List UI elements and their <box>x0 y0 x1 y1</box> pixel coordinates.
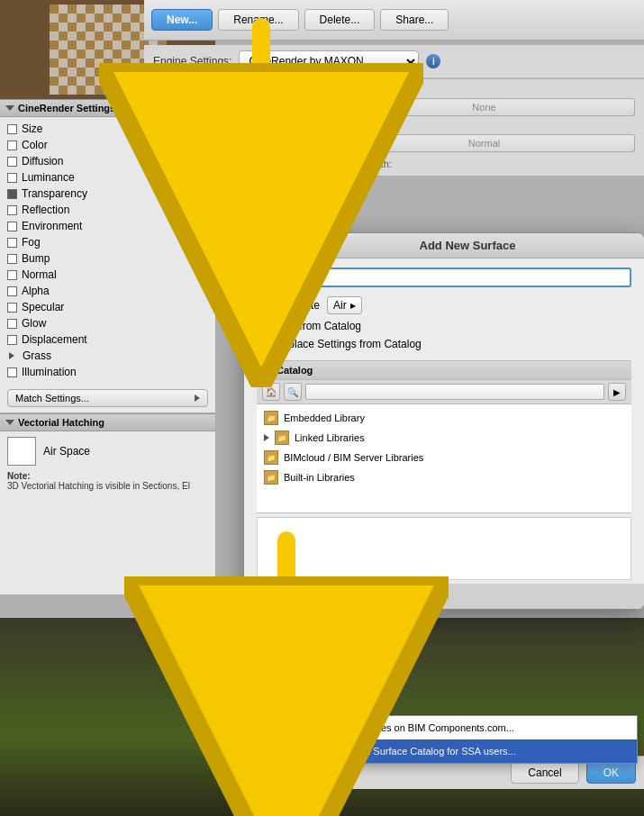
air-option: Air <box>333 299 347 312</box>
dialog-close-button[interactable] <box>253 240 264 251</box>
builtin-icon: 📁 <box>264 470 278 485</box>
settings-item-diffusion[interactable]: Diffusion <box>0 153 215 169</box>
catalog-item-bimcloud[interactable]: 📁 BIMcloud / BIM Server Libraries <box>257 448 631 467</box>
settings-item-reflection[interactable]: Reflection <box>0 202 215 218</box>
additional-catalog-label: Additional Surface Catalog for SSA users… <box>327 746 516 757</box>
catalog-search-button[interactable]: 🔍 <box>284 383 302 401</box>
note-text: Note: 3D Vectorial Hatching is visible i… <box>0 471 215 496</box>
add-new-surface-dialog: Add New Surface Name: Duplicate Air ▶ Ne… <box>243 232 644 610</box>
color-label: Color <box>22 139 48 151</box>
catalog-info-button[interactable]: i <box>275 589 289 603</box>
globe-nav-button[interactable] <box>251 587 269 605</box>
name-input[interactable] <box>300 267 631 287</box>
duplicate-label: Duplicate <box>275 299 320 312</box>
replace-settings-radio[interactable] <box>257 339 268 349</box>
grid-icon <box>305 744 320 758</box>
linked-label: Linked Libraries <box>295 432 365 443</box>
dialog-body: Name: Duplicate Air ▶ New from Catalog R… <box>244 258 644 609</box>
settings-item-color[interactable]: Color <box>0 137 215 153</box>
settings-item-size[interactable]: Size <box>0 121 215 137</box>
settings-item-bump[interactable]: Bump <box>0 250 215 267</box>
bump-checkbox[interactable] <box>7 254 17 264</box>
dialog-titlebar: Add New Surface <box>244 233 644 258</box>
specular-checkbox[interactable] <box>7 303 17 313</box>
dropdown-item-more-surfaces[interactable]: More Surfaces on BIM Components.com... <box>296 716 637 739</box>
catalog-item-builtin[interactable]: 📁 Built-in Libraries <box>257 467 631 487</box>
more-surfaces-label: More Surfaces on BIM Components.com... <box>327 722 514 733</box>
luminance-checkbox[interactable] <box>7 173 17 183</box>
ok-button[interactable]: OK <box>586 762 636 784</box>
fog-checkbox[interactable] <box>7 238 17 248</box>
settings-item-luminance[interactable]: Luminance <box>0 169 215 186</box>
match-settings-label: Match Settings... <box>15 393 89 403</box>
dialog-maximize-button[interactable] <box>284 240 295 251</box>
color-checkbox[interactable] <box>7 141 17 150</box>
environment-checkbox[interactable] <box>7 222 17 231</box>
normal-label: Normal <box>22 268 57 281</box>
reflection-checkbox[interactable] <box>7 205 17 215</box>
settings-item-grass[interactable]: Grass <box>0 348 215 364</box>
delete-button[interactable]: Delete... <box>304 9 376 31</box>
match-settings-arrow <box>195 394 200 402</box>
texture-label: Texture: <box>333 85 635 95</box>
duplicate-row: Duplicate Air ▶ <box>257 296 631 314</box>
rename-button[interactable]: Rename... <box>218 9 298 31</box>
alpha-checkbox[interactable] <box>7 286 17 296</box>
settings-item-glow[interactable]: Glow <box>0 315 215 331</box>
settings-item-alpha[interactable]: Alpha <box>0 283 215 299</box>
linked-icon: 📁 <box>275 431 289 445</box>
glow-checkbox[interactable] <box>7 319 17 329</box>
catalog-nav-button[interactable]: ▶ <box>608 383 626 401</box>
transparency-checkbox[interactable] <box>7 189 17 199</box>
engine-label: Engine Settings: <box>153 55 231 68</box>
diffusion-checkbox[interactable] <box>7 157 17 167</box>
grass-label: Grass <box>23 349 51 362</box>
displacement-checkbox[interactable] <box>7 335 17 345</box>
mix-mode-label: Mix Mode: <box>333 121 635 131</box>
illumination-checkbox[interactable] <box>7 367 17 377</box>
left-panel: CineRender Settings Size Color Diffusion… <box>0 0 216 594</box>
settings-item-displacement[interactable]: Displacement <box>0 331 215 348</box>
catalog-list: 📁 Embedded Library 📁 Linked Libraries 📁 … <box>257 404 631 512</box>
air-select[interactable]: Air ▶ <box>327 296 362 314</box>
grass-expand-icon <box>9 352 14 359</box>
normal-checkbox[interactable] <box>7 270 17 280</box>
size-checkbox[interactable] <box>7 124 17 134</box>
vectorial-section: Vectorial Hatching Air Space Note: 3D Ve… <box>0 413 215 496</box>
settings-item-illumination[interactable]: Illumination <box>0 364 215 380</box>
new-button[interactable]: New... <box>151 9 213 31</box>
new-from-catalog-radio[interactable] <box>257 321 268 331</box>
catalog-item-embedded[interactable]: 📁 Embedded Library <box>257 408 631 428</box>
match-settings-button[interactable]: Match Settings... <box>7 389 208 407</box>
settings-item-normal[interactable]: Normal <box>0 267 215 283</box>
settings-list: Size Color Diffusion Luminance Transpare… <box>0 117 215 384</box>
diffusion-label: Diffusion <box>22 155 63 168</box>
cancel-button[interactable]: Cancel <box>511 762 578 784</box>
catalog-item-linked[interactable]: 📁 Linked Libraries <box>257 428 631 448</box>
settings-item-specular[interactable]: Specular <box>0 299 215 315</box>
glow-label: Glow <box>22 317 46 330</box>
globe-icon <box>305 721 320 735</box>
dialog-title: Add New Surface <box>300 239 635 252</box>
vectorial-section-header[interactable]: Vectorial Hatching <box>0 413 215 431</box>
catalog-home-button[interactable]: 🏠 <box>262 383 280 401</box>
duplicate-radio[interactable] <box>257 300 268 311</box>
cinrender-section-header[interactable]: CineRender Settings <box>0 99 215 117</box>
note-label: Note: <box>7 471 31 481</box>
engine-select[interactable]: CineRender by MAXON <box>239 50 419 72</box>
fog-label: Fog <box>22 236 41 249</box>
name-label: Name: <box>257 271 293 284</box>
share-button[interactable]: Share... <box>380 9 449 31</box>
catalog-path-bar[interactable] <box>305 384 604 400</box>
cinrender-section-label: CineRender Settings <box>18 103 115 113</box>
settings-item-fog[interactable]: Fog <box>0 234 215 250</box>
settings-item-transparency[interactable]: Transparency <box>0 186 215 202</box>
dialog-minimize-button[interactable] <box>268 240 279 251</box>
illumination-label: Illumination <box>22 366 77 378</box>
settings-item-environment[interactable]: Environment <box>0 218 215 234</box>
air-select-arrow: ▶ <box>350 302 356 310</box>
replace-settings-row: Replace Settings from Catalog <box>257 335 631 353</box>
mix-strength-area: Mix Strength: <box>324 155 644 176</box>
dropdown-item-additional-catalog[interactable]: Additional Surface Catalog for SSA users… <box>296 739 637 763</box>
engine-info-button[interactable]: i <box>426 54 440 68</box>
